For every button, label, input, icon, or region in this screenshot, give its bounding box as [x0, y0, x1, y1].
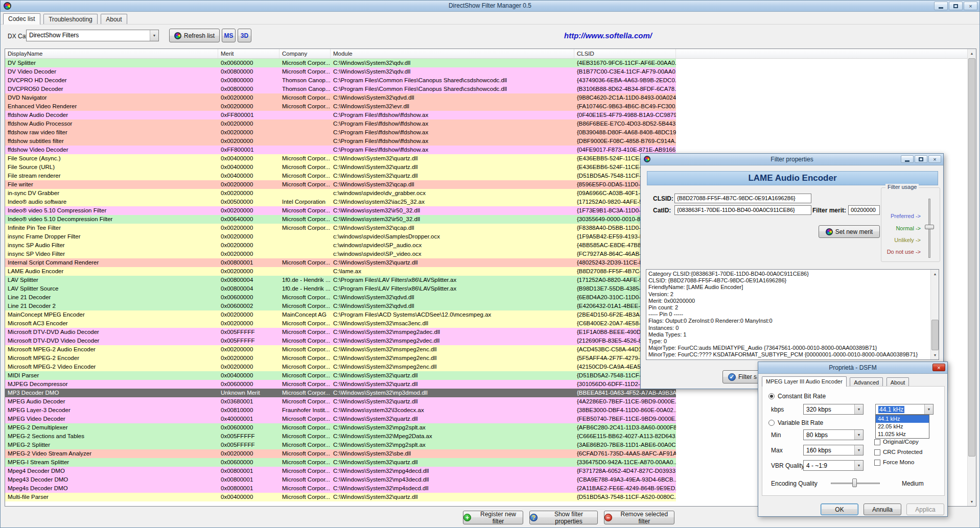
table-row[interactable]: MPEG Video Decoder0x40000001Microsoft Co…: [5, 415, 676, 423]
vbr-radio[interactable]: [768, 420, 775, 426]
table-row[interactable]: MPEG-2 Demultiplexer0x00600000Microsoft …: [5, 423, 676, 432]
table-row[interactable]: Internal Script Command Renderer0x008000…: [5, 258, 676, 267]
table-row[interactable]: insync SP Audio Filter0x00200000c:\windo…: [5, 241, 676, 250]
apply-button[interactable]: Applica: [906, 503, 944, 515]
table-row[interactable]: MPEG Audio Decoder0x03680001Microsoft Co…: [5, 397, 676, 406]
minimize-button[interactable]: [934, 2, 948, 10]
filter-info-box[interactable]: Category CLSID:{083863F1-70DE-11D0-BD40-…: [646, 269, 939, 360]
table-row[interactable]: File stream renderer0x00400000Microsoft …: [5, 172, 676, 180]
info-scroll-up-icon[interactable]: ▲: [931, 270, 939, 278]
table-row[interactable]: DVD Navigator0x00200000Microsoft Corpor.…: [5, 93, 676, 102]
table-row[interactable]: Infinite Pin Tee Filter0x00200000Microso…: [5, 224, 676, 232]
info-scrollbar[interactable]: ▲ ▼: [930, 270, 939, 359]
table-row[interactable]: MainConcept MPEG Encoder0x00200000MainCo…: [5, 310, 676, 319]
table-row[interactable]: Indeo® audio software0x00500000Intel Cor…: [5, 198, 676, 206]
scrollbar-thumb[interactable]: [968, 58, 975, 457]
tab-dialog-about[interactable]: About: [886, 377, 909, 387]
merit-slider-thumb[interactable]: [925, 225, 934, 229]
column-header[interactable]: CLSID: [574, 49, 676, 58]
table-row[interactable]: MPEG-I Stream Splitter0x00600000Microsof…: [5, 458, 676, 467]
table-row[interactable]: ffdshow Audio Decoder0xFF800001C:\Progra…: [5, 111, 676, 119]
tab-codec-list[interactable]: Codec list: [3, 13, 40, 25]
dialog-maximize-button[interactable]: [915, 155, 927, 163]
encoding-quality-slider[interactable]: [831, 478, 880, 488]
bitrate-combobox[interactable]: 320 kbps ▼: [803, 404, 864, 415]
table-row[interactable]: MPEG Layer-3 Decoder0x00810000Fraunhofer…: [5, 406, 676, 415]
tab-troubleshooting[interactable]: Troubleshooting: [43, 14, 98, 24]
table-row[interactable]: ffdshow raw video filter0x00200000C:\Pro…: [5, 128, 676, 137]
crc-protected-checkbox[interactable]: [874, 449, 880, 455]
table-row[interactable]: Microsoft MPEG-2 Video Encoder0x00200000…: [5, 363, 676, 371]
table-row[interactable]: Microsoft MPEG-2 Encoder0x00200000Micros…: [5, 354, 676, 363]
table-row[interactable]: ffdshow subtitles filter0x00200000C:\Pro…: [5, 137, 676, 146]
properties-close-button[interactable]: ×: [932, 364, 945, 371]
table-scrollbar[interactable]: ▲ ▼: [967, 49, 976, 506]
info-scroll-down-icon[interactable]: ▼: [931, 351, 939, 359]
scroll-up-icon[interactable]: ▲: [968, 49, 976, 58]
filter-merit-field[interactable]: 00200000: [848, 205, 880, 215]
show-properties-button[interactable]: ? Show filter properties: [529, 511, 598, 524]
register-filter-button[interactable]: + Register new filter: [463, 511, 523, 524]
table-row[interactable]: DVCPRO50 Decoder0x00800000Thomson Canop.…: [5, 85, 676, 93]
dialog-close-button[interactable]: ×: [928, 155, 941, 163]
clsid-field[interactable]: {B8D27088-FF5F-4B7C-98DC-0E91A1696286}: [674, 194, 811, 203]
table-row[interactable]: MP3 Decoder DMOUnknown MeritMicrosoft Co…: [5, 389, 676, 397]
samplerate-combobox[interactable]: 44.1 kHz ▼: [875, 404, 934, 415]
vbr-quality-combobox[interactable]: 4 - ~1:9 ▼: [803, 460, 864, 471]
tab-mpeg-encoder[interactable]: MPEG Layer III Audio Encoder: [762, 376, 847, 387]
table-row[interactable]: Line 21 Decoder 20x00600002Microsoft Cor…: [5, 302, 676, 310]
table-row[interactable]: Indeo® video 5.10 Decompression Filter0x…: [5, 215, 676, 224]
tab-about[interactable]: About: [101, 14, 127, 24]
table-row[interactable]: Indeo® video 5.10 Compression Filter0x00…: [5, 206, 676, 215]
table-row[interactable]: Microsoft DTV-DVD Video Decoder0x005FFFF…: [5, 337, 676, 345]
table-row[interactable]: DV Video Decoder0x00800000Microsoft Corp…: [5, 67, 676, 76]
column-header[interactable]: Merit: [218, 49, 279, 58]
column-header[interactable]: DisplayName: [5, 49, 218, 58]
tab-advanced[interactable]: Advanced: [850, 377, 883, 387]
table-row[interactable]: Mpeg43 Decoder DMO0x00800001Microsoft Co…: [5, 475, 676, 484]
scroll-down-icon[interactable]: ▼: [968, 497, 976, 506]
table-row[interactable]: File Source (Async.)0x00400000Microsoft …: [5, 154, 676, 163]
table-row[interactable]: File writer0x00200000Microsoft Corpor...…: [5, 180, 676, 189]
samplerate-option[interactable]: 11.025 kHz: [876, 430, 929, 438]
slider-thumb[interactable]: [852, 478, 857, 487]
table-row[interactable]: ffdshow Audio Processor0x00200000C:\Prog…: [5, 119, 676, 128]
set-new-merit-button[interactable]: Set new merit: [819, 225, 880, 238]
table-row[interactable]: DVCPRO HD Decoder0x00800000Thomson Canop…: [5, 76, 676, 85]
table-row[interactable]: DV Splitter0x00600000Microsoft Corpor...…: [5, 59, 676, 67]
dx-category-combobox[interactable]: DirectShow Filters ▼: [26, 30, 159, 41]
ms-filter-button[interactable]: MS: [222, 29, 236, 42]
samplerate-option[interactable]: 44.1 kHz: [876, 415, 929, 423]
table-row[interactable]: in-sync DV Grabber0x00200000c:\windows\s…: [5, 189, 676, 198]
samplerate-option[interactable]: 22.05 kHz: [876, 423, 929, 430]
cancel-button[interactable]: Annulla: [864, 503, 901, 515]
original-copy-checkbox[interactable]: [874, 439, 880, 445]
table-row[interactable]: Multi-file Parser0x00400000Microsoft Cor…: [5, 493, 676, 501]
table-row[interactable]: LAV Splitter Source0x008000041f0.de - He…: [5, 284, 676, 293]
3d-filter-button[interactable]: 3D: [238, 29, 251, 42]
close-button[interactable]: ×: [964, 2, 977, 10]
ok-button[interactable]: OK: [821, 503, 858, 515]
table-row[interactable]: LAME Audio Encoder0x00200000C:\lame.ax{B…: [5, 267, 676, 276]
table-row[interactable]: LAV Splitter0x008000041f0.de - Hendrik .…: [5, 276, 676, 284]
table-row[interactable]: MPEG-2 Splitter0x005FFFFFMicrosoft Corpo…: [5, 441, 676, 449]
force-mono-checkbox[interactable]: [874, 460, 880, 466]
table-row[interactable]: File Source (URL)0x00400000Microsoft Cor…: [5, 163, 676, 172]
softella-link[interactable]: http://www.softella.com/: [564, 31, 652, 40]
maximize-button[interactable]: [949, 2, 963, 10]
table-row[interactable]: Line 21 Decoder0x00600000Microsoft Corpo…: [5, 293, 676, 302]
dialog-minimize-button[interactable]: [901, 155, 914, 163]
table-row[interactable]: Mpeg4s Decoder DMO0x00800001Microsoft Co…: [5, 484, 676, 493]
info-scrollbar-thumb[interactable]: [931, 320, 939, 350]
table-row[interactable]: ffdshow Video Decoder0xFF800001C:\Progra…: [5, 146, 676, 154]
table-row[interactable]: insync SP Video Filter0x00200000c:\windo…: [5, 250, 676, 258]
max-bitrate-combobox[interactable]: 160 kbps ▼: [803, 445, 864, 455]
table-row[interactable]: MPEG-2 Video Stream Analyzer0x00200000Mi…: [5, 449, 676, 458]
table-row[interactable]: Microsoft DTV-DVD Audio Decoder0x005FFFF…: [5, 328, 676, 337]
table-row[interactable]: MPEG-2 Sections and Tables0x005FFFFFMicr…: [5, 432, 676, 441]
table-row[interactable]: Mpeg4 Decoder DMO0x00800001Microsoft Cor…: [5, 467, 676, 475]
cbr-radio[interactable]: [768, 393, 775, 399]
table-row[interactable]: MIDI Parser0x00400000Microsoft Corpor...…: [5, 371, 676, 380]
table-row[interactable]: MJPEG Decompressor0x00600000Microsoft Co…: [5, 380, 676, 389]
catid-field[interactable]: {083863F1-70DE-11D0-BD40-00A0C911CE86}: [674, 205, 811, 215]
